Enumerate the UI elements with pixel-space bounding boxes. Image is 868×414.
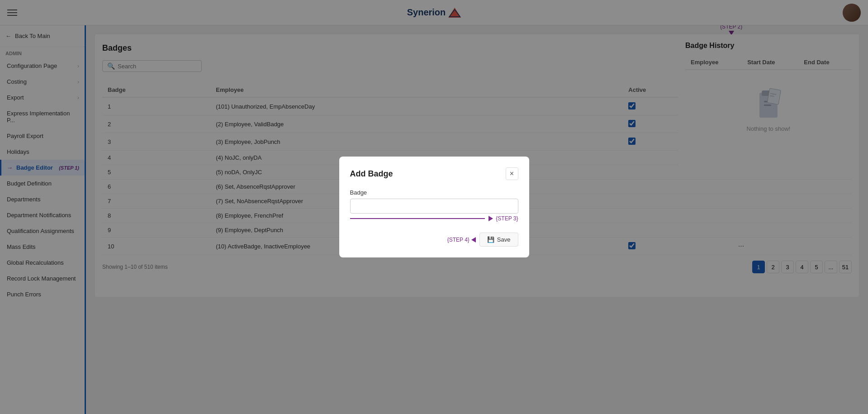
modal-header: Add Badge × (350, 167, 518, 180)
modal-badge-input[interactable] (350, 199, 518, 214)
add-badge-modal: Add Badge × Badge {STEP 3} {STEP 4} 💾 Sa… (339, 157, 529, 257)
step3-label: {STEP 3} (496, 215, 518, 222)
modal-badge-label: Badge (350, 189, 518, 196)
modal-title: Add Badge (350, 169, 393, 179)
step3-area: {STEP 3} (350, 215, 518, 222)
save-icon: 💾 (487, 236, 494, 243)
modal-actions: {STEP 4} 💾 Save (350, 233, 518, 247)
modal-badge-field: Badge {STEP 3} (350, 189, 518, 222)
modal-save-button[interactable]: 💾 Save (479, 233, 518, 247)
modal-close-button[interactable]: × (506, 167, 518, 180)
step4-label: {STEP 4} (447, 237, 476, 243)
step3-arrow (489, 216, 493, 221)
modal-overlay[interactable]: Add Badge × Badge {STEP 3} {STEP 4} 💾 Sa… (0, 0, 868, 414)
